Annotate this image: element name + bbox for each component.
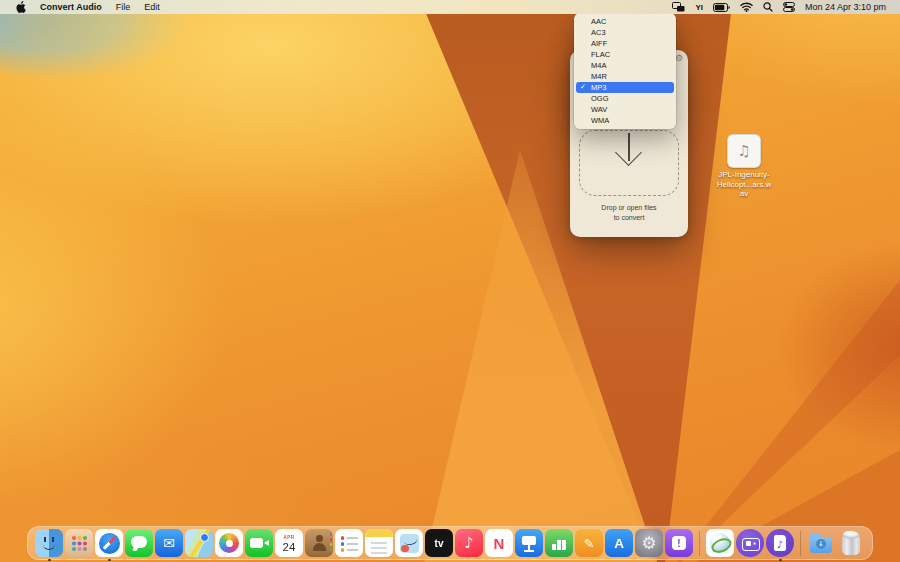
menu-app-name[interactable]: Convert Audio	[33, 0, 109, 14]
dock-item-news[interactable]: N	[485, 529, 513, 557]
menu-item-aiff[interactable]: AIFF	[576, 38, 674, 49]
news-letter: N	[494, 535, 505, 552]
menu-item-ogg[interactable]: OGG	[576, 93, 674, 104]
mail-icon	[155, 529, 183, 557]
freeform-icon	[395, 529, 423, 557]
dock-item-notes[interactable]	[365, 529, 393, 557]
reminders-icon	[335, 529, 363, 557]
dock-item-launchpad[interactable]	[65, 529, 93, 557]
file-label-line1: JPL-Ingenuity-	[715, 170, 773, 180]
news-icon: N	[485, 529, 513, 557]
battery-icon[interactable]	[708, 0, 735, 14]
dock-item-screen-recorder[interactable]	[736, 529, 764, 557]
downloads-folder-icon	[807, 529, 835, 557]
format-dropdown-menu: AAC AC3 AIFF FLAC M4A M4R ✓MP3 OGG WAV W…	[574, 13, 676, 129]
dock-item-cisco-anyconnect[interactable]	[706, 529, 734, 557]
menu-item-ac3[interactable]: AC3	[576, 27, 674, 38]
menu-edit[interactable]: Edit	[137, 0, 167, 14]
apple-menu[interactable]	[9, 0, 33, 14]
menu-item-m4r[interactable]: M4R	[576, 71, 674, 82]
menu-item-aac[interactable]: AAC	[576, 16, 674, 27]
dock-item-trash[interactable]	[837, 529, 865, 557]
screen-mirroring-icon[interactable]	[667, 0, 690, 14]
numbers-icon	[545, 529, 573, 557]
dock-item-maps[interactable]	[185, 529, 213, 557]
file-label: JPL-Ingenuity- Helicopt...ars.wav	[715, 170, 773, 199]
dock-item-system-settings[interactable]: ⚙	[635, 529, 663, 557]
desktop-file-wav[interactable]: ♫ JPL-Ingenuity- Helicopt...ars.wav	[715, 134, 773, 199]
app-store-icon: A	[605, 529, 633, 557]
dock-item-calendar[interactable]: APR 24	[275, 529, 303, 557]
menu-item-wma[interactable]: WMA	[576, 115, 674, 126]
input-indicator[interactable]: YI	[690, 0, 708, 14]
folder-tab	[810, 534, 821, 538]
pages-icon: ✎	[575, 529, 603, 557]
gear-icon[interactable]: ⚙	[675, 52, 683, 64]
menu-item-mp3[interactable]: ✓MP3	[576, 82, 674, 93]
contacts-icon	[305, 529, 333, 557]
dock-item-mail[interactable]	[155, 529, 183, 557]
dock-item-safari[interactable]	[95, 529, 123, 557]
desktop: Convert Audio File Edit YI Mon 24 Apr 3:…	[0, 0, 900, 562]
file-label-line2: Helicopt...ars.wav	[715, 180, 773, 199]
system-settings-icon: ⚙	[635, 529, 663, 557]
dock-item-keynote[interactable]	[515, 529, 543, 557]
menu-item-wav[interactable]: WAV	[576, 104, 674, 115]
audio-converter-icon	[766, 529, 794, 557]
menu-clock[interactable]: Mon 24 Apr 3:10 pm	[800, 0, 891, 14]
control-center-icon[interactable]	[778, 0, 800, 14]
dock-item-downloads[interactable]	[807, 529, 835, 557]
wifi-icon[interactable]	[735, 0, 758, 14]
photos-icon	[215, 529, 243, 557]
pages-pen-glyph: ✎	[584, 536, 595, 551]
dock-item-reminders[interactable]	[335, 529, 363, 557]
dock-item-app-store[interactable]: A	[605, 529, 633, 557]
dock-item-freeform[interactable]	[395, 529, 423, 557]
keynote-icon	[515, 529, 543, 557]
trash-icon	[837, 529, 865, 557]
dock-separator	[800, 531, 801, 556]
freeform-squiggle	[403, 535, 418, 547]
dock-item-audio-converter[interactable]	[766, 529, 794, 557]
checkmark-icon: ✓	[580, 82, 586, 93]
dock-item-numbers[interactable]	[545, 529, 573, 557]
dock: APR 24 tv ♪ N ✎ A ⚙ !	[27, 526, 873, 560]
dock-separator	[699, 531, 700, 556]
drop-hint-line1: Drop or open files	[570, 203, 688, 213]
keynote-base	[524, 550, 534, 552]
notes-icon	[365, 529, 393, 557]
finder-icon	[35, 529, 63, 557]
dock-item-finder[interactable]	[35, 529, 63, 557]
running-indicator	[108, 559, 111, 562]
menu-item-mp3-label: MP3	[591, 83, 606, 92]
menu-file[interactable]: File	[109, 0, 138, 14]
dock-item-pages[interactable]: ✎	[575, 529, 603, 557]
spotlight-search-icon[interactable]	[758, 0, 778, 14]
dock-item-feedback-assistant[interactable]: !	[665, 529, 693, 557]
safari-icon	[95, 529, 123, 557]
settings-gear-glyph: ⚙	[641, 529, 656, 557]
tv-label: tv	[435, 538, 444, 549]
dock-item-tv[interactable]: tv	[425, 529, 453, 557]
appstore-letter: A	[614, 536, 624, 551]
dock-item-facetime[interactable]	[245, 529, 273, 557]
apple-tv-icon: tv	[425, 529, 453, 557]
menu-item-flac[interactable]: FLAC	[576, 49, 674, 60]
menu-bar: Convert Audio File Edit YI Mon 24 Apr 3:…	[0, 0, 900, 14]
music-icon: ♪	[455, 529, 483, 557]
dock-item-contacts[interactable]	[305, 529, 333, 557]
apple-logo-icon	[16, 1, 26, 13]
dock-item-music[interactable]: ♪	[455, 529, 483, 557]
maps-icon	[185, 529, 213, 557]
dock-item-messages[interactable]	[125, 529, 153, 557]
menu-item-m4a[interactable]: M4A	[576, 60, 674, 71]
running-indicator	[48, 559, 51, 562]
contacts-tabs	[330, 533, 332, 536]
audio-file-icon: ♫	[727, 134, 761, 168]
feedback-mark: !	[672, 536, 686, 550]
feedback-assistant-icon: !	[665, 529, 693, 557]
drop-zone-hint: Drop or open files to convert	[570, 203, 688, 223]
cisco-anyconnect-icon	[706, 529, 734, 557]
dock-item-photos[interactable]	[215, 529, 243, 557]
screen-recorder-icon	[736, 529, 764, 557]
